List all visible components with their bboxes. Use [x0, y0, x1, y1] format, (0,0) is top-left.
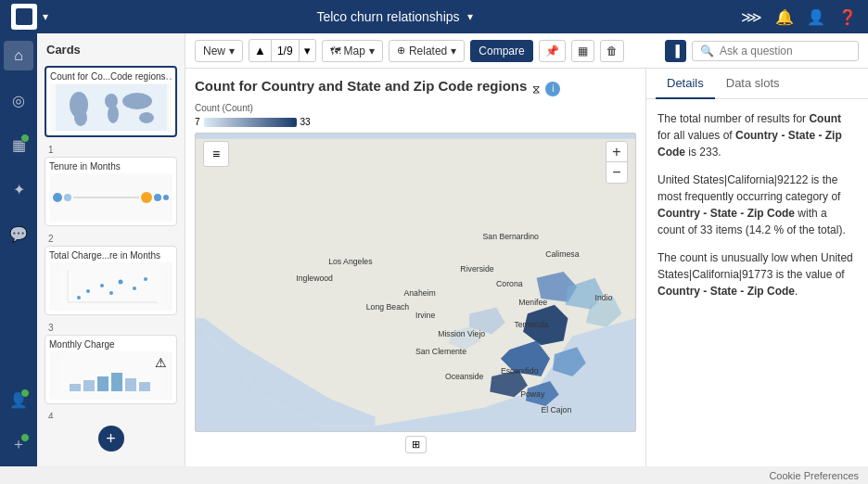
filter-icon[interactable]: ⧖	[532, 83, 540, 96]
city-label-longbeach: Long Beach	[366, 302, 410, 312]
svg-rect-21	[111, 373, 122, 391]
legend-label: Count (Count)	[195, 103, 253, 113]
tab-data-slots[interactable]: Data slots	[715, 69, 791, 99]
cookie-bar[interactable]: Cookie Preferences	[0, 466, 868, 484]
pagination-up-icon[interactable]: ▲	[249, 40, 272, 61]
city-label-riverside: Riverside	[460, 264, 493, 274]
svg-point-11	[86, 289, 90, 293]
related-icon: ⊕	[397, 45, 405, 57]
map-svg: Los Angeles San Bernardino Calimesa Ingl…	[196, 134, 635, 431]
app-logo[interactable]	[11, 4, 37, 30]
bell-icon[interactable]: 🔔	[775, 8, 794, 26]
card-item[interactable]: Monthly Charge ⚠	[45, 335, 177, 404]
map-layers-button[interactable]: ≡	[203, 141, 229, 167]
tab-details[interactable]: Details	[656, 69, 715, 99]
svg-point-15	[133, 287, 136, 290]
map-icon: 🗺	[330, 45, 340, 57]
app-title: Telco churn relationships	[316, 9, 459, 24]
svg-point-2	[74, 109, 87, 126]
map-grid-toggle-button[interactable]: ⊞	[405, 436, 427, 453]
card-4-thumb: ⚠	[49, 351, 172, 400]
sidebar-compass-icon[interactable]: ✦	[4, 174, 33, 204]
compare-button[interactable]: Compare	[470, 40, 532, 62]
add-card-button[interactable]: +	[98, 426, 124, 452]
delete-button[interactable]: 🗑	[600, 40, 624, 62]
card-number-1: 1	[45, 143, 177, 157]
cards-header-label: Cards	[37, 33, 185, 62]
ask-search-box[interactable]: 🔍	[692, 41, 859, 61]
legend-min: 7	[195, 117, 200, 127]
main-content: New ▾ ▲ 1/9 ▾ 🗺 Map ▾ ⊕ Related ▾ Compar…	[185, 33, 868, 466]
card-2-title: Tenure in Months	[49, 161, 172, 172]
city-label-inglewood: Inglewood	[296, 274, 333, 283]
card-number-3: 3	[45, 321, 177, 335]
viz-main: Count for Country and State and Zip Code…	[185, 69, 645, 466]
zoom-out-button[interactable]: −	[606, 162, 627, 183]
user-icon[interactable]: 👤	[807, 8, 825, 26]
sidebar-toggle-button[interactable]: ▐	[665, 40, 686, 62]
info-icon[interactable]: i	[545, 82, 560, 96]
related-button[interactable]: ⊕ Related ▾	[389, 40, 465, 62]
sidebar-add-icon[interactable]: ＋	[4, 429, 33, 459]
svg-point-13	[109, 291, 113, 295]
card-item[interactable]: Tenure in Months	[45, 157, 177, 226]
svg-point-14	[118, 280, 122, 285]
map-footer: ⊞	[195, 432, 636, 457]
related-label: Related	[409, 45, 447, 57]
svg-point-10	[77, 296, 81, 299]
city-label-menifee: Menifee	[518, 298, 547, 307]
grid-button[interactable]: ▦	[571, 40, 594, 62]
map-chevron-icon: ▾	[369, 45, 375, 57]
city-label-losangeles: Los Angeles	[328, 257, 373, 266]
left-sidebar: ⌂ ◎ ▦ ✦ 💬 👤 ＋	[0, 33, 37, 466]
card-1-map-svg	[56, 84, 167, 131]
sidebar-home-icon[interactable]: ⌂	[4, 41, 33, 70]
new-button[interactable]: New ▾	[195, 40, 243, 62]
card-2-thumb	[49, 173, 172, 222]
card-3-thumb	[49, 262, 172, 311]
city-label-corona: Corona	[496, 279, 523, 288]
sidebar-user-badge-icon[interactable]: 👤	[4, 385, 33, 414]
map-label: Map	[344, 45, 365, 57]
viz-area: Count for Country and State and Zip Code…	[185, 69, 868, 466]
card-4-chart	[60, 354, 162, 397]
city-label-poway: Poway	[520, 389, 545, 399]
sidebar-grid-icon[interactable]: ▦	[4, 130, 33, 159]
title-chevron-icon[interactable]: ▾	[467, 10, 473, 23]
nav-dropdown-icon[interactable]: ▾	[43, 10, 48, 23]
city-label-missionviejo: Mission Viejo	[438, 329, 485, 338]
sidebar-globe-icon[interactable]: ◎	[4, 85, 33, 115]
cards-list: Count for Co...Code regions	[37, 62, 185, 418]
details-para-2: United States|California|92122 is the mo…	[657, 172, 857, 238]
right-panel: Details Data slots The total number of r…	[645, 69, 868, 466]
card-number-2: 2	[45, 232, 177, 246]
city-label-escondido: Escondido	[501, 366, 539, 376]
svg-point-12	[100, 284, 104, 287]
svg-point-16	[144, 277, 147, 281]
toolbar: New ▾ ▲ 1/9 ▾ 🗺 Map ▾ ⊕ Related ▾ Compar…	[185, 33, 868, 69]
card-item[interactable]: Count for Co...Code regions	[45, 66, 177, 137]
card-4-title: Monthly Charge	[49, 339, 172, 350]
ask-search-input[interactable]	[720, 45, 849, 57]
pin-button[interactable]: 📌	[539, 40, 566, 62]
new-label: New	[203, 45, 225, 57]
zoom-in-button[interactable]: +	[606, 142, 627, 162]
viz-title-row: Count for Country and State and Zip Code…	[195, 78, 636, 99]
card-3-chart	[60, 265, 162, 308]
legend-gradient	[204, 118, 297, 127]
svg-point-5	[122, 93, 152, 109]
svg-rect-20	[97, 376, 108, 391]
pagination-chevron-icon[interactable]: ▾	[299, 40, 315, 61]
sidebar-chat-icon[interactable]: 💬	[4, 219, 33, 248]
legend-row: 7 33	[195, 117, 636, 127]
card-3-title: Total Charge...re in Months	[49, 250, 172, 261]
map-button[interactable]: 🗺 Map ▾	[322, 40, 383, 62]
city-label-irvine: Irvine	[415, 311, 435, 320]
city-label-temecula: Temecula	[514, 320, 548, 329]
share-icon[interactable]: ⋙	[741, 8, 762, 26]
svg-rect-18	[70, 384, 81, 391]
card-item[interactable]: Total Charge...re in Months	[45, 246, 177, 315]
card-1-menu-icon[interactable]: ···	[161, 70, 172, 85]
help-icon[interactable]: ❓	[838, 8, 857, 26]
right-panel-tabs: Details Data slots	[646, 69, 868, 99]
